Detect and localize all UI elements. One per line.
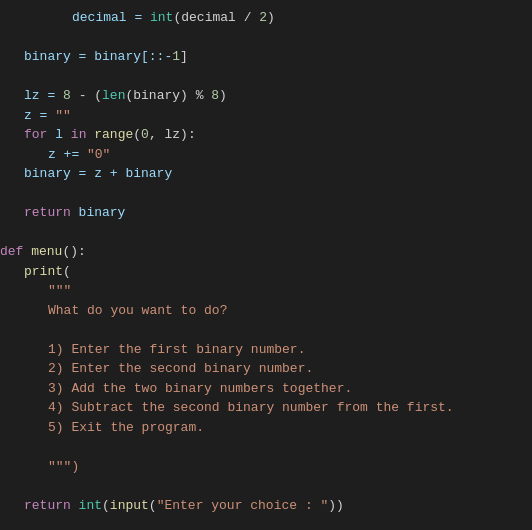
code-token: binary = binary[::- xyxy=(24,47,172,67)
code-line: 5) Exit the program. xyxy=(0,418,532,438)
code-token: for xyxy=(24,125,55,145)
code-token: , lz): xyxy=(149,125,196,145)
code-line: What do you want to do? xyxy=(0,301,532,321)
code-line: def menu(): xyxy=(0,242,532,262)
code-line: z = "" xyxy=(0,106,532,126)
code-line xyxy=(0,28,532,48)
code-token: z = xyxy=(24,106,55,126)
code-token: lz = xyxy=(24,86,63,106)
code-editor: decimal = int(decimal / 2) binary = bina… xyxy=(0,0,532,530)
code-token: 1 xyxy=(172,47,180,67)
code-token: )) xyxy=(328,496,344,516)
code-token: 0 xyxy=(141,125,149,145)
code-token: ( xyxy=(63,262,71,282)
code-token: print xyxy=(24,262,63,282)
code-token: What do you want to do? xyxy=(48,301,227,321)
code-line: lz = 8 - (len(binary) % 8) xyxy=(0,86,532,106)
code-token: ] xyxy=(180,47,188,67)
code-token: (): xyxy=(62,242,85,262)
code-line: 1) Enter the first binary number. xyxy=(0,340,532,360)
code-token: "" xyxy=(55,106,71,126)
code-token: (decimal / xyxy=(173,8,259,28)
code-token: ) xyxy=(267,8,275,28)
code-line xyxy=(0,476,532,496)
code-token: return xyxy=(24,203,79,223)
code-line: """ xyxy=(0,281,532,301)
code-line xyxy=(0,67,532,87)
code-token: 2 xyxy=(259,8,267,28)
code-line: for l in range(0, lz): xyxy=(0,125,532,145)
code-lines: decimal = int(decimal / 2) binary = bina… xyxy=(0,8,532,530)
code-token: 2) Enter the second binary number. xyxy=(48,359,313,379)
code-token: "Enter your choice : " xyxy=(157,496,329,516)
code-token: in xyxy=(71,125,94,145)
code-token: binary = z + binary xyxy=(24,164,172,184)
code-token: z += xyxy=(48,145,87,165)
code-token: 3) Add the two binary numbers together. xyxy=(48,379,352,399)
code-line: print( xyxy=(0,262,532,282)
code-line: binary = binary[::-1] xyxy=(0,47,532,67)
code-line xyxy=(0,437,532,457)
code-token: int xyxy=(150,8,173,28)
code-token: menu xyxy=(31,242,62,262)
code-token: return xyxy=(24,496,79,516)
code-token: 8 xyxy=(63,86,71,106)
code-token: l xyxy=(55,125,71,145)
code-token: range xyxy=(94,125,133,145)
code-line: z += "0" xyxy=(0,145,532,165)
code-token: 4) Subtract the second binary number fro… xyxy=(48,398,454,418)
code-token: ( xyxy=(133,125,141,145)
code-line xyxy=(0,515,532,530)
code-line xyxy=(0,223,532,243)
code-line: 3) Add the two binary numbers together. xyxy=(0,379,532,399)
code-token: 8 xyxy=(211,86,219,106)
code-token: input xyxy=(110,496,149,516)
code-line: 2) Enter the second binary number. xyxy=(0,359,532,379)
code-token: """) xyxy=(48,457,79,477)
code-token: """ xyxy=(48,281,71,301)
code-token: 1) Enter the first binary number. xyxy=(48,340,305,360)
code-line: decimal = int(decimal / 2) xyxy=(0,8,532,28)
code-token: def xyxy=(0,242,31,262)
code-token: len xyxy=(102,86,125,106)
code-line: 4) Subtract the second binary number fro… xyxy=(0,398,532,418)
code-line: binary = z + binary xyxy=(0,164,532,184)
code-token: ( xyxy=(149,496,157,516)
code-token: "0" xyxy=(87,145,110,165)
code-line xyxy=(0,184,532,204)
code-line: """) xyxy=(0,457,532,477)
code-token: (binary) % xyxy=(125,86,211,106)
code-token: ( xyxy=(102,496,110,516)
code-token: - ( xyxy=(71,86,102,106)
code-token: binary xyxy=(79,203,126,223)
code-token: ) xyxy=(219,86,227,106)
code-line: return int(input("Enter your choice : ")… xyxy=(0,496,532,516)
code-token: decimal = xyxy=(72,8,150,28)
code-token: int xyxy=(79,496,102,516)
code-line: return binary xyxy=(0,203,532,223)
code-token: 5) Exit the program. xyxy=(48,418,204,438)
code-line xyxy=(0,320,532,340)
